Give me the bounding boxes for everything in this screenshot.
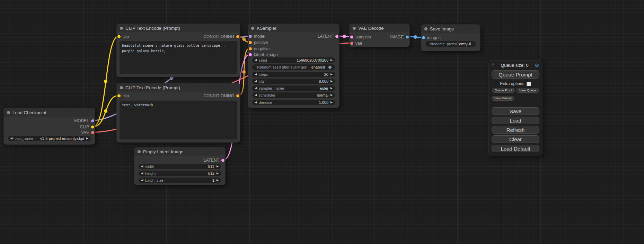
collapse-toggle-icon[interactable] bbox=[138, 150, 141, 153]
prompt-text-area[interactable]: beautiful scenery nature glass bottle la… bbox=[120, 41, 237, 74]
widget-label: seed bbox=[259, 58, 267, 62]
widget-label: denoise bbox=[259, 100, 272, 105]
node-save-image[interactable]: Save Image images filename_prefix ComfyU… bbox=[421, 24, 480, 51]
node-empty-latent-image[interactable]: Empty Latent Image LATENT ◀ width 512 ▶ … bbox=[134, 147, 226, 185]
collapse-toggle-icon[interactable] bbox=[7, 111, 10, 114]
node-canvas[interactable]: Load Checkpoint MODEL CLIP VAE ◀ ckpt_na… bbox=[0, 0, 644, 244]
settings-gear-icon[interactable]: ⚙ bbox=[535, 63, 539, 68]
cfg-widget[interactable]: ◀ cfg 8.000 ▶ bbox=[252, 79, 335, 84]
widget-label: ckpt_name bbox=[15, 136, 33, 141]
latent-output-port[interactable] bbox=[335, 35, 339, 38]
latent-output-label: LATENT bbox=[204, 158, 219, 163]
node-title-bar[interactable]: KSampler bbox=[248, 24, 339, 32]
next-arrow-icon[interactable]: ▶ bbox=[330, 59, 333, 62]
positive-input-port[interactable] bbox=[248, 41, 252, 45]
collapse-toggle-icon[interactable] bbox=[120, 86, 123, 89]
queue-prompt-button[interactable]: Queue Prompt bbox=[492, 70, 539, 79]
widget-label: width bbox=[145, 164, 154, 169]
link-midpoint-dot bbox=[104, 109, 107, 113]
vae-input-label: vae bbox=[355, 41, 362, 46]
clip-input-port[interactable] bbox=[117, 94, 121, 98]
batch-size-widget[interactable]: ◀ batch_size 1 ▶ bbox=[139, 178, 221, 183]
load-button[interactable]: Load bbox=[492, 117, 539, 124]
width-widget[interactable]: ◀ width 512 ▶ bbox=[139, 164, 221, 169]
vae-input-port[interactable] bbox=[350, 42, 354, 45]
node-title-bar[interactable]: CLIP Text Encode (Prompt) bbox=[117, 24, 240, 32]
prev-arrow-icon[interactable]: ◀ bbox=[254, 94, 257, 97]
steps-widget[interactable]: ◀ steps 20 ▶ bbox=[252, 72, 335, 77]
prev-arrow-icon[interactable]: ◀ bbox=[254, 59, 257, 62]
node-clip-text-encode-negative[interactable]: CLIP Text Encode (Prompt) clip CONDITION… bbox=[116, 83, 240, 143]
prev-arrow-icon[interactable]: ◀ bbox=[140, 179, 144, 182]
clip-output-label: CLIP bbox=[80, 125, 89, 129]
prev-arrow-icon[interactable]: ◀ bbox=[10, 137, 13, 140]
latent-output-port[interactable] bbox=[221, 159, 225, 162]
node-title-bar[interactable]: Empty Latent Image bbox=[134, 147, 225, 156]
view-queue-button[interactable]: View Queue bbox=[517, 88, 539, 93]
prev-arrow-icon[interactable]: ◀ bbox=[254, 87, 257, 90]
filename-prefix-widget[interactable]: filename_prefix ComfyUI bbox=[425, 41, 476, 47]
load-default-button[interactable]: Load Default bbox=[492, 145, 539, 152]
collapse-toggle-icon[interactable] bbox=[353, 27, 356, 30]
clip-input-port[interactable] bbox=[117, 35, 121, 39]
node-title-bar[interactable]: Save Image bbox=[421, 25, 480, 33]
clear-button[interactable]: Clear bbox=[492, 135, 539, 143]
clip-input-label: clip bbox=[123, 93, 129, 98]
link-midpoint-dot bbox=[242, 37, 246, 41]
random-seed-toggle[interactable]: Random seed after every gen enabled bbox=[252, 64, 335, 70]
drag-handle-icon[interactable]: ⠿ bbox=[492, 63, 494, 67]
save-button[interactable]: Save bbox=[492, 107, 539, 115]
next-arrow-icon[interactable]: ▶ bbox=[216, 172, 219, 175]
model-output-port[interactable] bbox=[91, 119, 95, 123]
negative-input-port[interactable] bbox=[248, 47, 252, 51]
node-title-bar[interactable]: VAE Decode bbox=[350, 24, 409, 32]
images-input-port[interactable] bbox=[422, 36, 425, 40]
extra-options-checkbox[interactable] bbox=[527, 82, 531, 86]
next-arrow-icon[interactable]: ▶ bbox=[216, 165, 219, 168]
view-history-button[interactable]: View History bbox=[492, 96, 514, 101]
vae-output-port[interactable] bbox=[91, 131, 95, 135]
prev-arrow-icon[interactable]: ◀ bbox=[140, 165, 144, 168]
next-arrow-icon[interactable]: ▶ bbox=[86, 137, 89, 140]
node-title: KSampler bbox=[257, 26, 276, 31]
collapse-toggle-icon[interactable] bbox=[120, 27, 123, 30]
next-arrow-icon[interactable]: ▶ bbox=[216, 179, 219, 182]
queue-front-button[interactable]: Queue Front bbox=[492, 88, 515, 93]
image-output-port[interactable] bbox=[405, 35, 409, 39]
latent-image-input-port[interactable] bbox=[248, 53, 252, 57]
ckpt-name-widget[interactable]: ◀ ckpt_name v1-5-pruned-emaonly.ckpt ▶ bbox=[8, 136, 91, 141]
widget-value: v1-5-pruned-emaonly.ckpt bbox=[40, 136, 84, 141]
denoise-widget[interactable]: ◀ denoise 1.000 ▶ bbox=[252, 100, 335, 105]
collapse-toggle-icon[interactable] bbox=[251, 27, 254, 30]
node-ksampler[interactable]: KSampler model positive negative latent_… bbox=[248, 24, 339, 108]
next-arrow-icon[interactable]: ▶ bbox=[330, 80, 333, 83]
seed-widget[interactable]: ◀ seed 156680208700286 ▶ bbox=[252, 57, 335, 63]
prev-arrow-icon[interactable]: ◀ bbox=[140, 172, 144, 175]
prompt-text-area[interactable]: text, watermark bbox=[120, 101, 237, 139]
node-title: Load Checkpoint bbox=[12, 110, 46, 115]
conditioning-output-port[interactable] bbox=[236, 94, 240, 98]
next-arrow-icon[interactable]: ▶ bbox=[330, 94, 333, 97]
prev-arrow-icon[interactable]: ◀ bbox=[254, 101, 257, 104]
samples-input-port[interactable] bbox=[350, 35, 354, 39]
node-title-bar[interactable]: CLIP Text Encode (Prompt) bbox=[117, 83, 240, 92]
scheduler-widget[interactable]: ◀ scheduler normal ▶ bbox=[252, 92, 335, 98]
node-clip-text-encode-positive[interactable]: CLIP Text Encode (Prompt) clip CONDITION… bbox=[116, 24, 240, 77]
node-title-bar[interactable]: Load Checkpoint bbox=[4, 108, 95, 117]
collapse-toggle-icon[interactable] bbox=[424, 27, 427, 30]
node-load-checkpoint[interactable]: Load Checkpoint MODEL CLIP VAE ◀ ckpt_na… bbox=[3, 108, 95, 145]
node-vae-decode[interactable]: VAE Decode samples vae IMAGE bbox=[349, 24, 410, 47]
height-widget[interactable]: ◀ height 512 ▶ bbox=[139, 171, 221, 176]
prev-arrow-icon[interactable]: ◀ bbox=[254, 80, 257, 83]
conditioning-output-port[interactable] bbox=[236, 35, 240, 39]
queue-menu-panel[interactable]: ⠿ Queue size: 0 ⚙ Queue Prompt Extra opt… bbox=[488, 60, 542, 156]
model-input-port[interactable] bbox=[248, 35, 252, 38]
next-arrow-icon[interactable]: ▶ bbox=[330, 101, 333, 104]
prev-arrow-icon[interactable]: ◀ bbox=[254, 73, 257, 76]
clip-output-port[interactable] bbox=[91, 125, 95, 129]
next-arrow-icon[interactable]: ▶ bbox=[330, 73, 333, 76]
refresh-button[interactable]: Refresh bbox=[492, 126, 539, 134]
sampler-name-widget[interactable]: ◀ sampler_name euler ▶ bbox=[252, 85, 335, 91]
images-input-label: images bbox=[427, 35, 441, 40]
next-arrow-icon[interactable]: ▶ bbox=[330, 87, 333, 90]
